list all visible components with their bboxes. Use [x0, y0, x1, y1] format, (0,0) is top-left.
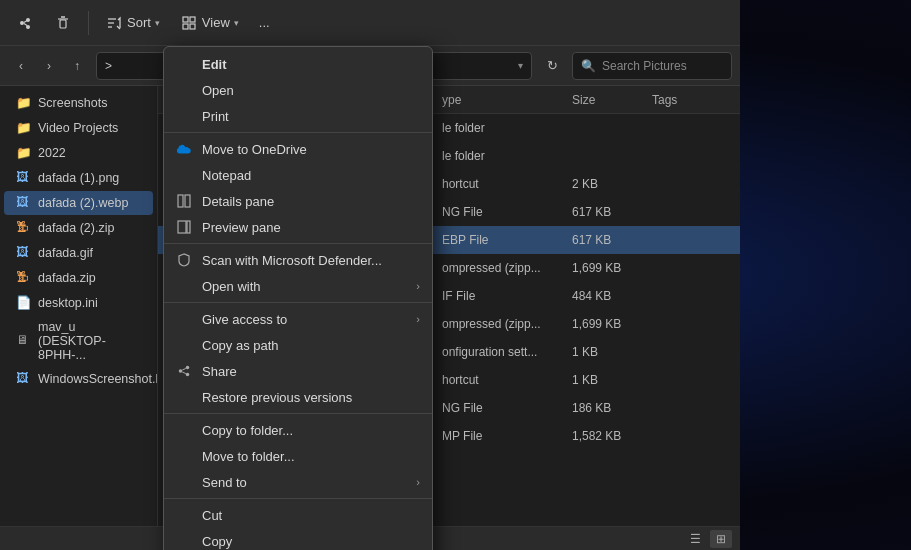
sidebar-item-label: mav_u (DESKTOP-8PHH-... [38, 320, 145, 362]
svg-rect-9 [183, 17, 188, 22]
menu-item-notepad[interactable]: Notepad [164, 162, 432, 188]
print-icon [176, 108, 192, 124]
menu-separator [164, 243, 432, 244]
details-pane-icon [176, 193, 192, 209]
open-icon [176, 82, 192, 98]
view-icon [180, 14, 198, 32]
edit-icon [176, 56, 192, 72]
sidebar-item-label: dafada.gif [38, 246, 93, 260]
menu-label: Notepad [202, 168, 420, 183]
toolbar-separator [88, 11, 89, 35]
sort-label: Sort [127, 15, 151, 30]
more-button[interactable]: ... [251, 10, 278, 35]
sidebar-item-label: dafada.zip [38, 271, 96, 285]
context-menu: Edit Open Print Move to OneDrive Notepad… [163, 46, 433, 550]
sidebar-item-label: Screenshots [38, 96, 107, 110]
nav-back-button[interactable]: ‹ [8, 53, 34, 79]
list-view-toggle[interactable]: ☰ [684, 530, 706, 548]
menu-label: Print [202, 109, 420, 124]
sidebar-item-2022[interactable]: 📁 2022 [4, 141, 153, 165]
sidebar-item-mav[interactable]: 🖥 mav_u (DESKTOP-8PHH-... [4, 316, 153, 366]
menu-label: Open [202, 83, 420, 98]
file-size: 186 KB [572, 401, 652, 415]
file-type: NG File [442, 401, 572, 415]
menu-item-defender[interactable]: Scan with Microsoft Defender... [164, 247, 432, 273]
refresh-button[interactable]: ↻ [538, 52, 566, 80]
menu-label: Edit [202, 57, 420, 72]
nav-up-button[interactable]: ↑ [64, 53, 90, 79]
notepad-icon [176, 167, 192, 183]
nav-forward-button[interactable]: › [36, 53, 62, 79]
sidebar-item-desktopini[interactable]: 📄 desktop.ini [4, 291, 153, 315]
menu-item-copy-path[interactable]: Copy as path [164, 332, 432, 358]
menu-item-edit[interactable]: Edit [164, 51, 432, 77]
menu-item-cut[interactable]: Cut [164, 502, 432, 528]
file-type: hortcut [442, 373, 572, 387]
menu-label: Move to folder... [202, 449, 420, 464]
sidebar-item-dafada2zip[interactable]: 🗜 dafada (2).zip [4, 216, 153, 240]
sidebar-item-label: desktop.ini [38, 296, 98, 310]
menu-label: Details pane [202, 194, 420, 209]
menu-item-send-to[interactable]: Send to › [164, 469, 432, 495]
menu-item-open[interactable]: Open [164, 77, 432, 103]
menu-label: Copy [202, 534, 420, 549]
file-type: onfiguration sett... [442, 345, 572, 359]
search-box[interactable]: 🔍 Search Pictures [572, 52, 732, 80]
menu-item-print[interactable]: Print [164, 103, 432, 129]
sidebar-item-dafada2webp[interactable]: 🖼 dafada (2).webp [4, 191, 153, 215]
col-tags-header[interactable]: Tags [652, 93, 732, 107]
file-type: NG File [442, 205, 572, 219]
menu-item-preview-pane[interactable]: Preview pane [164, 214, 432, 240]
grid-view-toggle[interactable]: ⊞ [710, 530, 732, 548]
file-size: 1,699 KB [572, 261, 652, 275]
menu-label: Move to OneDrive [202, 142, 420, 157]
menu-item-give-access[interactable]: Give access to › [164, 306, 432, 332]
menu-item-open-with[interactable]: Open with › [164, 273, 432, 299]
address-path-text: > [105, 59, 112, 73]
sidebar: 📁 Screenshots 📁 Video Projects 📁 2022 🖼 … [0, 86, 158, 526]
image-icon: 🖼 [16, 371, 32, 387]
list-view-icon: ☰ [690, 532, 701, 546]
view-button[interactable]: View ▾ [172, 9, 247, 37]
sidebar-item-label: dafada (2).zip [38, 221, 114, 235]
sidebar-item-dafada1[interactable]: 🖼 dafada (1).png [4, 166, 153, 190]
shortcut-icon: 🖥 [16, 333, 32, 349]
menu-item-onedrive[interactable]: Move to OneDrive [164, 136, 432, 162]
sidebar-item-dafadagif[interactable]: 🖼 dafada.gif [4, 241, 153, 265]
sort-chevron: ▾ [155, 18, 160, 28]
menu-item-share[interactable]: Share [164, 358, 432, 384]
svg-rect-16 [187, 221, 190, 233]
nav-buttons: ‹ › ↑ [8, 53, 90, 79]
menu-label: Restore previous versions [202, 390, 420, 405]
file-size: 617 KB [572, 205, 652, 219]
sidebar-item-windowsscreenshot[interactable]: 🖼 WindowsScreenshot.bm... [4, 367, 153, 391]
share-icon [16, 14, 34, 32]
toolbar: Sort ▾ View ▾ ... [0, 0, 740, 46]
sidebar-item-video-projects[interactable]: 📁 Video Projects [4, 116, 153, 140]
sidebar-item-label: WindowsScreenshot.bm... [38, 372, 158, 386]
sidebar-item-dafadazip[interactable]: 🗜 dafada.zip [4, 266, 153, 290]
svg-line-20 [182, 368, 186, 370]
menu-separator [164, 498, 432, 499]
file-size: 2 KB [572, 177, 652, 191]
folder-icon: 📁 [16, 95, 32, 111]
search-icon: 🔍 [581, 59, 596, 73]
share-button[interactable] [8, 9, 42, 37]
onedrive-icon [176, 141, 192, 157]
col-size-header[interactable]: Size [572, 93, 652, 107]
menu-label: Send to [202, 475, 406, 490]
menu-item-copy[interactable]: Copy [164, 528, 432, 550]
menu-item-move-to-folder[interactable]: Move to folder... [164, 443, 432, 469]
delete-button[interactable] [46, 9, 80, 37]
menu-label: Scan with Microsoft Defender... [202, 253, 420, 268]
sidebar-item-label: Video Projects [38, 121, 118, 135]
defender-icon [176, 252, 192, 268]
menu-item-copy-to-folder[interactable]: Copy to folder... [164, 417, 432, 443]
menu-item-restore-versions[interactable]: Restore previous versions [164, 384, 432, 410]
copy-icon [176, 533, 192, 549]
sidebar-item-screenshots[interactable]: 📁 Screenshots [4, 91, 153, 115]
menu-item-details-pane[interactable]: Details pane [164, 188, 432, 214]
share-icon [176, 363, 192, 379]
sort-button[interactable]: Sort ▾ [97, 9, 168, 37]
col-type-header[interactable]: ype [442, 93, 572, 107]
